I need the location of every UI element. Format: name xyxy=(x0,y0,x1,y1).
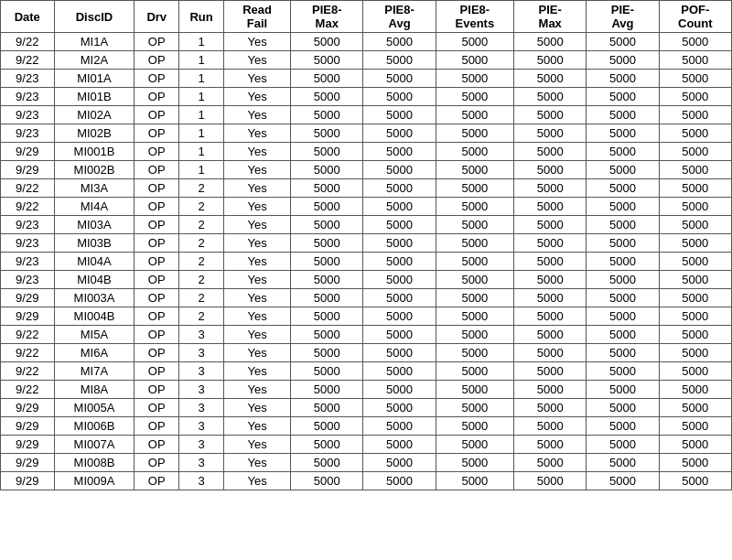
cell-pie8_events: 5000 xyxy=(436,216,513,234)
cell-pof_count: 5000 xyxy=(659,289,731,307)
cell-pof_count: 5000 xyxy=(659,51,731,70)
cell-pie_max: 5000 xyxy=(514,253,587,271)
cell-run: 3 xyxy=(179,326,224,344)
cell-drv: OP xyxy=(135,106,179,124)
cell-pie8_max: 5000 xyxy=(291,307,363,326)
cell-run: 2 xyxy=(179,307,224,326)
table-row: 9/23MI02BOP1Yes500050005000500050005000 xyxy=(1,124,732,143)
cell-pof_count: 5000 xyxy=(659,124,731,143)
cell-pie8_avg: 5000 xyxy=(363,307,436,326)
table-row: 9/29MI006BOP3Yes500050005000500050005000 xyxy=(1,417,732,436)
cell-pie8_max: 5000 xyxy=(291,33,363,51)
cell-drv: OP xyxy=(135,143,179,161)
col-header-pie8-events: PIE8-Events xyxy=(436,1,513,33)
cell-pie_max: 5000 xyxy=(514,289,587,307)
cell-discid: MI01A xyxy=(54,70,135,88)
cell-pie_avg: 5000 xyxy=(587,399,659,417)
cell-pof_count: 5000 xyxy=(659,399,731,417)
cell-pie8_max: 5000 xyxy=(291,124,363,143)
cell-discid: MI001B xyxy=(54,143,135,161)
cell-pie8_avg: 5000 xyxy=(363,143,436,161)
cell-pie8_events: 5000 xyxy=(436,124,513,143)
cell-pie8_avg: 5000 xyxy=(363,289,436,307)
cell-pie8_events: 5000 xyxy=(436,344,513,362)
cell-pie_max: 5000 xyxy=(514,124,587,143)
cell-drv: OP xyxy=(135,326,179,344)
col-header-discid: DiscID xyxy=(54,1,135,33)
cell-pie_max: 5000 xyxy=(514,198,587,216)
cell-pie8_events: 5000 xyxy=(436,161,513,179)
cell-run: 3 xyxy=(179,454,224,472)
cell-read_fail: Yes xyxy=(223,124,290,143)
table-row: 9/22MI2AOP1Yes500050005000500050005000 xyxy=(1,51,732,70)
cell-run: 3 xyxy=(179,344,224,362)
cell-pof_count: 5000 xyxy=(659,326,731,344)
cell-pie8_max: 5000 xyxy=(291,399,363,417)
cell-discid: MI04B xyxy=(54,271,135,289)
cell-pie8_avg: 5000 xyxy=(363,472,436,490)
cell-pie_avg: 5000 xyxy=(587,70,659,88)
cell-pie8_events: 5000 xyxy=(436,472,513,490)
cell-read_fail: Yes xyxy=(223,106,290,124)
cell-date: 9/23 xyxy=(1,253,55,271)
cell-run: 2 xyxy=(179,289,224,307)
cell-pie8_max: 5000 xyxy=(291,70,363,88)
cell-pie_avg: 5000 xyxy=(587,362,659,381)
cell-pof_count: 5000 xyxy=(659,179,731,198)
cell-pie8_events: 5000 xyxy=(436,179,513,198)
cell-pie8_max: 5000 xyxy=(291,143,363,161)
table-row: 9/23MI03AOP2Yes500050005000500050005000 xyxy=(1,216,732,234)
cell-pof_count: 5000 xyxy=(659,344,731,362)
cell-pie8_avg: 5000 xyxy=(363,106,436,124)
cell-drv: OP xyxy=(135,234,179,253)
col-header-run: Run xyxy=(179,1,224,33)
cell-run: 3 xyxy=(179,472,224,490)
cell-discid: MI8A xyxy=(54,381,135,399)
cell-pie8_avg: 5000 xyxy=(363,417,436,436)
cell-pie8_max: 5000 xyxy=(291,161,363,179)
cell-pie_avg: 5000 xyxy=(587,436,659,454)
cell-discid: MI03A xyxy=(54,216,135,234)
cell-read_fail: Yes xyxy=(223,161,290,179)
cell-read_fail: Yes xyxy=(223,344,290,362)
cell-drv: OP xyxy=(135,179,179,198)
cell-date: 9/22 xyxy=(1,198,55,216)
cell-run: 1 xyxy=(179,51,224,70)
cell-date: 9/23 xyxy=(1,216,55,234)
cell-pie8_avg: 5000 xyxy=(363,124,436,143)
cell-pie8_avg: 5000 xyxy=(363,454,436,472)
cell-pie8_max: 5000 xyxy=(291,436,363,454)
cell-date: 9/29 xyxy=(1,161,55,179)
cell-pie_avg: 5000 xyxy=(587,51,659,70)
cell-date: 9/23 xyxy=(1,88,55,106)
cell-read_fail: Yes xyxy=(223,253,290,271)
cell-pie8_events: 5000 xyxy=(436,234,513,253)
table-row: 9/22MI5AOP3Yes500050005000500050005000 xyxy=(1,326,732,344)
cell-pie_max: 5000 xyxy=(514,179,587,198)
cell-read_fail: Yes xyxy=(223,271,290,289)
cell-date: 9/29 xyxy=(1,472,55,490)
table-row: 9/23MI02AOP1Yes500050005000500050005000 xyxy=(1,106,732,124)
cell-pie8_max: 5000 xyxy=(291,179,363,198)
cell-drv: OP xyxy=(135,51,179,70)
cell-discid: MI004B xyxy=(54,307,135,326)
cell-pie8_avg: 5000 xyxy=(363,436,436,454)
cell-date: 9/23 xyxy=(1,70,55,88)
cell-date: 9/29 xyxy=(1,417,55,436)
table-row: 9/29MI007AOP3Yes500050005000500050005000 xyxy=(1,436,732,454)
cell-read_fail: Yes xyxy=(223,70,290,88)
cell-pie_max: 5000 xyxy=(514,70,587,88)
cell-read_fail: Yes xyxy=(223,51,290,70)
cell-drv: OP xyxy=(135,307,179,326)
table-row: 9/29MI008BOP3Yes500050005000500050005000 xyxy=(1,454,732,472)
table-row: 9/23MI03BOP2Yes500050005000500050005000 xyxy=(1,234,732,253)
cell-run: 2 xyxy=(179,234,224,253)
cell-drv: OP xyxy=(135,70,179,88)
cell-pie_avg: 5000 xyxy=(587,88,659,106)
cell-pie8_max: 5000 xyxy=(291,253,363,271)
cell-read_fail: Yes xyxy=(223,143,290,161)
cell-pof_count: 5000 xyxy=(659,70,731,88)
cell-pie8_events: 5000 xyxy=(436,417,513,436)
cell-pie_avg: 5000 xyxy=(587,472,659,490)
cell-pie_avg: 5000 xyxy=(587,161,659,179)
